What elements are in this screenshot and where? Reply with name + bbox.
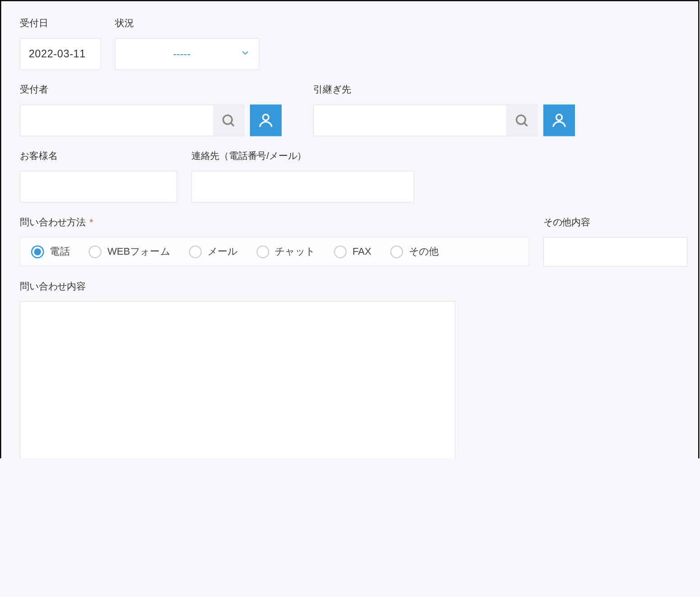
status-label: 状況 bbox=[115, 18, 260, 30]
customer-name-label: お客様名 bbox=[20, 150, 177, 163]
inquiry-method-label: 問い合わせ方法 * bbox=[20, 217, 529, 229]
radio-label: FAX bbox=[352, 246, 371, 257]
radio-circle-icon bbox=[189, 245, 202, 258]
radio-circle-icon bbox=[390, 245, 403, 258]
contact-info-input[interactable] bbox=[191, 171, 414, 202]
radio-circle-icon bbox=[31, 245, 44, 258]
user-icon bbox=[257, 112, 274, 129]
receiver-search-box bbox=[20, 104, 244, 136]
radio-label: チャット bbox=[275, 245, 315, 258]
svg-point-0 bbox=[223, 115, 232, 124]
radio-item-webform[interactable]: WEBフォーム bbox=[88, 245, 170, 258]
receiver-label: 受付者 bbox=[20, 84, 282, 96]
receiver-search-button[interactable] bbox=[213, 105, 244, 136]
svg-point-3 bbox=[516, 115, 525, 124]
radio-label: メール bbox=[208, 245, 237, 258]
radio-circle-icon bbox=[256, 245, 269, 258]
handoff-search-button[interactable] bbox=[506, 105, 537, 136]
other-content-label: その他内容 bbox=[543, 217, 688, 229]
customer-name-input[interactable] bbox=[20, 171, 177, 202]
handoff-label: 引継ぎ先 bbox=[313, 84, 575, 96]
chevron-down-icon bbox=[240, 47, 250, 61]
other-content-input[interactable] bbox=[543, 237, 688, 266]
receiver-user-button[interactable] bbox=[250, 104, 282, 136]
handoff-input[interactable] bbox=[314, 105, 506, 136]
radio-item-chat[interactable]: チャット bbox=[256, 245, 315, 258]
inquiry-method-radio-group: 電話 WEBフォーム メール チャット FAX bbox=[20, 237, 529, 266]
svg-line-1 bbox=[231, 123, 234, 126]
user-icon bbox=[550, 112, 568, 129]
radio-circle-icon bbox=[334, 245, 347, 258]
svg-line-4 bbox=[524, 123, 527, 126]
radio-label: 電話 bbox=[50, 245, 70, 258]
status-select[interactable]: ----- bbox=[115, 38, 260, 70]
svg-point-5 bbox=[556, 114, 562, 120]
radio-circle-icon bbox=[88, 245, 102, 258]
handoff-search-box bbox=[313, 104, 538, 136]
reception-date-input[interactable] bbox=[20, 38, 101, 70]
status-select-value: ----- bbox=[124, 48, 240, 60]
required-mark: * bbox=[89, 217, 93, 227]
contact-info-label: 連絡先（電話番号/メール） bbox=[191, 150, 414, 163]
radio-item-phone[interactable]: 電話 bbox=[31, 245, 70, 258]
radio-item-fax[interactable]: FAX bbox=[334, 245, 371, 258]
handoff-user-button[interactable] bbox=[543, 104, 575, 136]
search-icon bbox=[221, 113, 236, 128]
svg-point-2 bbox=[263, 114, 269, 120]
receiver-input[interactable] bbox=[21, 105, 213, 136]
radio-item-other[interactable]: その他 bbox=[390, 245, 439, 258]
inquiry-content-textarea[interactable] bbox=[20, 301, 455, 458]
inquiry-content-label: 問い合わせ内容 bbox=[20, 280, 679, 293]
radio-label: その他 bbox=[409, 245, 439, 258]
radio-label: WEBフォーム bbox=[107, 245, 170, 258]
radio-item-mail[interactable]: メール bbox=[189, 245, 237, 258]
reception-date-label: 受付日 bbox=[20, 18, 101, 30]
search-icon bbox=[514, 113, 529, 128]
